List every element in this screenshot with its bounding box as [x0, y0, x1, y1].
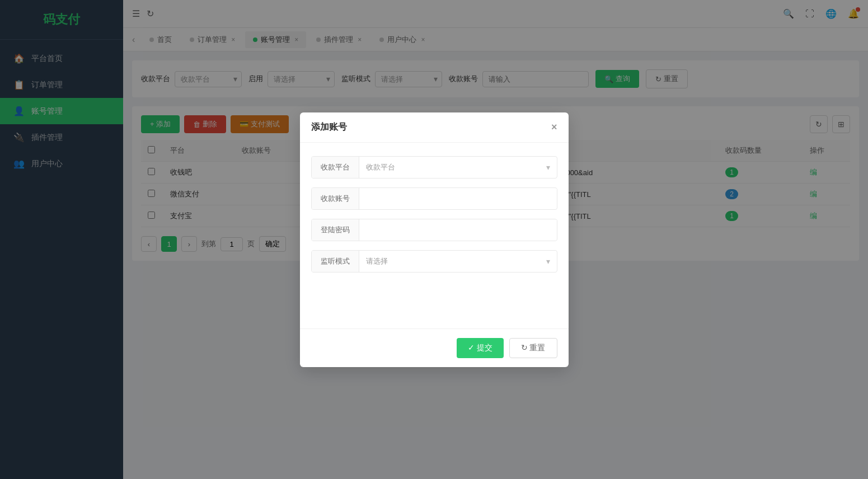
form-listen-label: 监听模式: [312, 251, 359, 272]
form-account-input[interactable]: [359, 189, 557, 208]
form-row-password: 登陆密码: [311, 219, 557, 241]
dialog-overlay: 添加账号 × 收款平台 收款平台 收款账号 登陆密码: [0, 0, 868, 479]
dialog-spacer: [311, 281, 557, 315]
dialog-submit-button[interactable]: ✓ 提交: [457, 338, 504, 358]
dialog-title: 添加账号: [311, 121, 347, 133]
form-row-platform: 收款平台 收款平台: [311, 156, 557, 179]
form-platform-label: 收款平台: [312, 157, 359, 178]
form-password-input[interactable]: [359, 220, 557, 240]
form-account-label: 收款账号: [312, 188, 359, 209]
dialog-body: 收款平台 收款平台 收款账号 登陆密码 监听模式: [300, 143, 569, 328]
dialog-close-button[interactable]: ×: [551, 122, 557, 132]
form-platform-select-wrapper: 收款平台: [359, 157, 557, 177]
form-password-label: 登陆密码: [312, 219, 359, 241]
dialog-header: 添加账号 ×: [300, 112, 569, 143]
form-listen-select[interactable]: 请选择: [359, 251, 557, 271]
form-row-listen: 监听模式 请选择: [311, 250, 557, 273]
form-platform-select[interactable]: 收款平台: [359, 157, 557, 177]
form-row-account: 收款账号: [311, 187, 557, 210]
dialog-reset-button[interactable]: ↻ 重置: [509, 338, 557, 358]
dialog-footer: ✓ 提交 ↻ 重置: [300, 328, 569, 367]
form-listen-select-wrapper: 请选择: [359, 251, 557, 271]
add-account-dialog: 添加账号 × 收款平台 收款平台 收款账号 登陆密码: [300, 112, 569, 367]
